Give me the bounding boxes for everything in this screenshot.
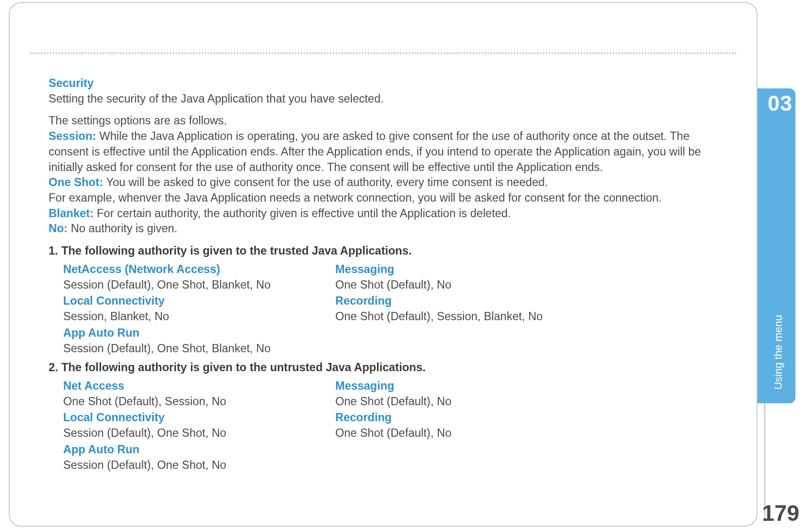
session-line: Session: While the Java Application is o…	[49, 129, 727, 175]
session-text: While the Java Application is operating,…	[49, 130, 701, 173]
t1-rec-title: Recording	[335, 293, 727, 309]
t1-rec-value: One Shot (Default), Session, Blanket, No	[335, 309, 727, 325]
untrusted-columns: Net Access One Shot (Default), Session, …	[63, 378, 727, 474]
dotted-divider	[30, 52, 736, 54]
chapter-tab: 03 Using the menu	[758, 88, 795, 403]
blanket-line: Blanket: For certain authority, the auth…	[49, 206, 727, 222]
oneshot-example: For example, whenver the Java Applicatio…	[49, 190, 727, 206]
security-block: Security Setting the security of the Jav…	[49, 76, 727, 106]
t2-rec-value: One Shot (Default), No	[335, 426, 727, 441]
oneshot-text: You will be asked to give consent for th…	[103, 176, 548, 189]
t1-msg-value: One Shot (Default), No	[335, 277, 727, 293]
oneshot-label: One Shot:	[49, 176, 103, 189]
trusted-heading: 1. The following authority is given to t…	[49, 243, 727, 259]
t2-msg-value: One Shot (Default), No	[335, 394, 727, 410]
security-heading: Security	[49, 76, 727, 91]
untrusted-col-1: Net Access One Shot (Default), Session, …	[63, 378, 335, 474]
t1-msg-title: Messaging	[335, 262, 727, 277]
t2-netaccess-value: One Shot (Default), Session, No	[63, 394, 335, 410]
t2-local-value: Session (Default), One Shot, No	[63, 426, 335, 441]
no-label: No:	[49, 222, 68, 235]
t2-msg-title: Messaging	[335, 378, 727, 394]
security-desc: Setting the security of the Java Applica…	[49, 91, 727, 107]
session-label: Session:	[49, 130, 96, 142]
manual-page: Security Setting the security of the Jav…	[0, 0, 810, 532]
t2-auto-value: Session (Default), One Shot, No	[63, 458, 335, 473]
untrusted-col-2: Messaging One Shot (Default), No Recordi…	[335, 378, 727, 474]
trusted-columns: NetAccess (Network Access) Session (Defa…	[63, 262, 727, 357]
t1-auto-value: Session (Default), One Shot, Blanket, No	[63, 341, 335, 357]
chapter-label: Using the menu	[772, 315, 785, 390]
t2-netaccess-title: Net Access	[63, 378, 335, 394]
t2-local-title: Local Connectivity	[63, 410, 335, 426]
options-intro: The settings options are as follows.	[49, 113, 727, 129]
body-content: Security Setting the security of the Jav…	[49, 76, 727, 476]
content-frame: Security Setting the security of the Jav…	[9, 2, 758, 527]
trusted-col-1: NetAccess (Network Access) Session (Defa…	[63, 262, 335, 357]
chapter-number: 03	[768, 91, 793, 116]
blanket-text: For certain authority, the authority giv…	[94, 207, 511, 220]
oneshot-line: One Shot: You will be asked to give cons…	[49, 175, 727, 190]
page-number: 179	[762, 500, 799, 526]
t2-rec-title: Recording	[335, 410, 727, 426]
blanket-label: Blanket:	[49, 207, 94, 220]
no-text: No authority is given.	[68, 222, 177, 235]
trusted-col-2: Messaging One Shot (Default), No Recordi…	[335, 262, 727, 357]
t2-auto-title: App Auto Run	[63, 442, 335, 458]
t1-auto-title: App Auto Run	[63, 326, 335, 341]
t1-local-title: Local Connectivity	[63, 293, 335, 309]
untrusted-heading: 2. The following authority is given to t…	[49, 360, 727, 376]
no-line: No: No authority is given.	[49, 221, 727, 237]
options-block: The settings options are as follows. Ses…	[49, 113, 727, 237]
t1-local-value: Session, Blanket, No	[63, 309, 335, 325]
t1-netaccess-title: NetAccess (Network Access)	[63, 262, 335, 277]
t1-netaccess-value: Session (Default), One Shot, Blanket, No	[63, 277, 335, 293]
